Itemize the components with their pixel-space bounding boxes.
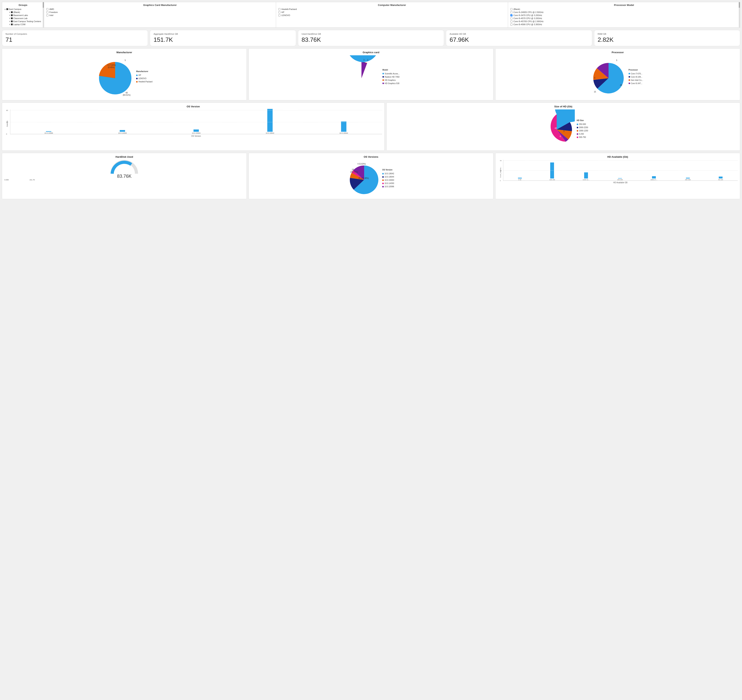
- hd-size-title: Size of HD (Gb): [389, 105, 738, 108]
- computer-manufacturer-filter: Computer Manufacturer Hewlett-PackardHPL…: [276, 2, 508, 28]
- graphics-filter-item[interactable]: Freedom: [46, 11, 274, 14]
- os-version-title: OS Version: [4, 105, 382, 108]
- hd-size-pie-svg: 42 15 6 3 5: [539, 109, 575, 147]
- kpi-card: RAM GB 2.82K: [594, 30, 740, 46]
- graphics-legend: Model Scientific Acces... Radeon HD 7450…: [383, 68, 400, 85]
- graphics-card-title: Graphics Card Manufacturer: [46, 4, 274, 6]
- processor-filter-item[interactable]: Core i5-4570S CPU @ 2.90GHz: [510, 20, 738, 23]
- computer-manufacturer-title: Computer Manufacturer: [278, 4, 506, 6]
- graphics-card-chart-title: Graphics card: [251, 51, 491, 54]
- svg-text:2: 2: [367, 59, 368, 61]
- svg-text:5: 5: [616, 59, 617, 61]
- svg-text:15: 15: [544, 132, 546, 134]
- kpi-label: Available HD GB: [449, 33, 588, 35]
- processor-model-filter: Processor Model (Blank)Core i5-2400S CPU…: [508, 2, 740, 28]
- svg-text:45: 45: [620, 84, 622, 86]
- hd-bar-0-50: 0-50: [518, 178, 522, 181]
- manufacturer-legend: Manufacturer HP LENOVO Hewlett-Packard: [136, 70, 152, 83]
- processor-filter-item[interactable]: Core i5-2400S CPU @ 2.50GHz: [510, 11, 738, 14]
- hd-available-card: HD Available (Gb) Count_totalSta... 0 25…: [495, 153, 740, 199]
- groups-filter: Groups ∧East Campus∨(Blank)∨Basement Lab…: [2, 2, 44, 28]
- kpi-value: 151.7K: [153, 36, 292, 43]
- hd-size-legend: HD Size 250-500 2000-2250 1000-1250 0-25…: [577, 119, 588, 139]
- graphics-filter-item[interactable]: AMD: [46, 7, 274, 11]
- svg-text:42: 42: [555, 127, 557, 129]
- svg-text:5: 5: [563, 127, 564, 129]
- bottom-row: HardDisk Used 83.76K 0.00K 151.7K OS Ver…: [2, 153, 740, 199]
- harddisk-used-title: HardDisk Used: [4, 155, 244, 158]
- os-versions-pie-card: OS Versions 45 (6: [249, 153, 493, 199]
- svg-text:3: 3: [563, 130, 564, 132]
- processor-filter-item[interactable]: Core i5-4590 CPU @ 3.30GHz: [510, 23, 738, 26]
- hd-bar-1100: 1100-11...: [583, 172, 589, 181]
- svg-text:4 (5.63%): 4 (5.63%): [358, 163, 366, 165]
- kpi-card: Available HD GB 67.96K: [446, 30, 592, 46]
- kpi-card: Number of Computers 71: [2, 30, 148, 46]
- os-x-axis-label: OS Version: [10, 135, 382, 137]
- kpi-card: Used HardDrive GB 83.76K: [298, 30, 444, 46]
- kpi-card: Aggregate HardDrive GB 151.7K: [150, 30, 296, 46]
- svg-text:6: 6: [560, 135, 561, 137]
- groups-filter-item: ∧East Campus: [4, 7, 41, 11]
- charts-row-1: Manufacturer 5 6 (7.04%) (8.45%) 60: [2, 49, 740, 100]
- processor-legend: Processor Core i7-670... Core i9-109... …: [629, 68, 643, 85]
- kpi-label: RAM GB: [598, 33, 736, 35]
- svg-text:60: 60: [126, 92, 128, 94]
- svg-text:15: 15: [594, 91, 596, 93]
- legend-item-hewlett: Hewlett-Packard: [136, 80, 152, 83]
- svg-text:6: 6: [594, 77, 595, 79]
- gauge-container: 83.76K: [4, 160, 244, 179]
- processor-filter-item[interactable]: (Blank): [510, 7, 738, 11]
- graphics-legend-title: Model: [383, 68, 400, 72]
- os-versions-pie-svg: 45 (63.38%) 19 (26.76%) 4 (5.63%): [348, 160, 380, 196]
- kpi-section: Number of Computers 71 Aggregate HardDri…: [2, 30, 740, 46]
- computer-filter-item[interactable]: LENOVO: [278, 14, 506, 17]
- computer-filter-item[interactable]: Hewlett-Packard: [278, 7, 506, 11]
- filter-section: Groups ∧East Campus∨(Blank)∨Basement Lab…: [2, 2, 740, 28]
- groups-filter-item: ∨(Blank): [7, 11, 41, 14]
- processor-filter-item[interactable]: Core i5-3470 CPU @ 3.20GHz: [510, 14, 738, 17]
- hd-available-x-label: HD Available GB: [503, 181, 738, 184]
- hd-bar-250-300: 250-300: [685, 178, 690, 181]
- kpi-value: 83.76K: [302, 36, 440, 43]
- os-versions-pie-title: OS Versions: [251, 155, 491, 158]
- legend-item-hp: HP: [136, 74, 152, 77]
- hd-bar-100-150: 100-150: [549, 162, 555, 181]
- kpi-label: Number of Computers: [6, 33, 144, 35]
- graphics-filter-item[interactable]: Intel: [46, 14, 274, 17]
- manufacturer-pie-svg: 5 6 (7.04%) (8.45%) 60 (84.51%): [96, 55, 134, 97]
- svg-text:5: 5: [125, 59, 126, 61]
- svg-text:19: 19: [352, 169, 354, 171]
- processor-chart: Processor 5 6 15: [495, 49, 740, 100]
- kpi-value: 71: [6, 36, 144, 43]
- svg-text:(8.45%): (8.45%): [108, 66, 115, 68]
- groups-title: Groups: [4, 4, 41, 6]
- hd-size-chart: Size of HD (Gb) 4: [386, 103, 740, 151]
- hd-bar-1650: 1650-17...: [651, 176, 657, 181]
- gauge-min: 0.00K: [4, 179, 9, 181]
- kpi-label: Aggregate HardDrive GB: [153, 33, 292, 35]
- hd-size-legend-title: HD Size: [577, 119, 588, 122]
- graphics-card-filter: Graphics Card Manufacturer AMDFreedomInt…: [44, 2, 276, 28]
- svg-text:3: 3: [364, 59, 365, 61]
- charts-row-2: OS Version Stations 0 20 40 10.0.10586: [2, 103, 740, 151]
- graphics-card-chart: Graphics card 3 2 127: [249, 49, 493, 100]
- processor-legend-title: Processor: [629, 68, 643, 72]
- os-bar-14393: 10.0.14393: [118, 130, 127, 134]
- os-bar-10586: 10.0.10586: [44, 131, 53, 134]
- svg-text:45 (63.38%): 45 (63.38%): [358, 177, 369, 179]
- graphics-pie-svg: 3 2 127: [342, 55, 381, 97]
- hd-available-title: HD Available (Gb): [498, 155, 738, 158]
- legend-item-lenovo: LENOVO: [136, 77, 152, 80]
- manufacturer-chart: Manufacturer 5 6 (7.04%) (8.45%) 60: [2, 49, 247, 100]
- kpi-value: 67.96K: [449, 36, 588, 43]
- gauge-svg: [109, 160, 140, 175]
- hd-bar-50-100: 50-100: [718, 177, 723, 181]
- gauge-value: 83.76K: [117, 174, 131, 179]
- computer-filter-item[interactable]: HP: [278, 11, 506, 14]
- kpi-value: 2.82K: [598, 36, 736, 43]
- manufacturer-legend-title: Manufacturer: [136, 70, 152, 73]
- processor-chart-title: Processor: [498, 51, 738, 54]
- harddisk-used-card: HardDisk Used 83.76K 0.00K 151.7K: [2, 153, 247, 199]
- processor-filter-item[interactable]: Core i5-4570 CPU @ 3.20GHz: [510, 17, 738, 20]
